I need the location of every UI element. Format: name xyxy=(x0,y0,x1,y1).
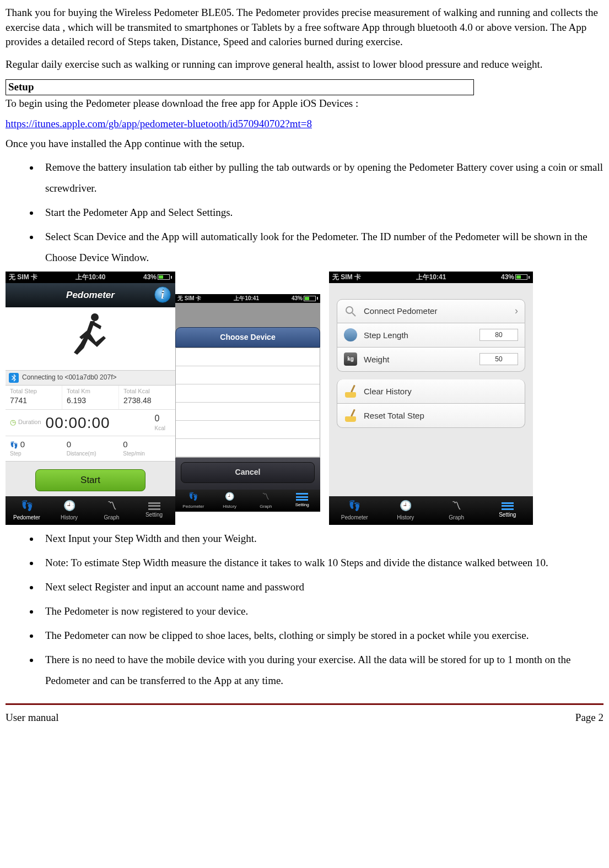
battery-pct: 43% xyxy=(143,273,157,282)
total-km-value: 6.193 xyxy=(67,395,114,406)
tab-label: Graph xyxy=(104,514,120,522)
screenshot-settings: 无 SIM 卡 上午10:41 43% Connect Pedometer › … xyxy=(329,272,533,525)
tab-pedometer[interactable]: 👣Pedometer xyxy=(329,496,380,525)
connect-pedometer-row[interactable]: Connect Pedometer › xyxy=(337,299,525,323)
weight-row[interactable]: kg Weight 50 xyxy=(337,348,525,372)
graph-icon: 〽 xyxy=(451,499,461,513)
battery-pct: 43% xyxy=(501,273,514,282)
intro-paragraph-1: Thank you for buying the Wireless Pedome… xyxy=(6,6,603,50)
setup-continue-text: Once you have installed the App continue… xyxy=(6,137,603,151)
reset-total-step-label: Reset Total Step xyxy=(364,410,424,421)
tab-history[interactable]: 🕘History xyxy=(212,490,248,512)
graph-icon: 〽 xyxy=(262,491,270,502)
total-step-value: 7741 xyxy=(10,395,57,406)
tab-bar: 👣Pedometer 🕘History 〽Graph Setting xyxy=(329,496,533,525)
tab-graph[interactable]: 〽Graph xyxy=(431,496,482,525)
device-list[interactable] xyxy=(175,348,320,458)
graph-icon: 〽 xyxy=(107,499,117,513)
setting-icon xyxy=(148,502,160,510)
time-label: 上午10:41 xyxy=(416,273,446,282)
list-item: Remove the battery insulation tab either… xyxy=(40,157,603,199)
start-button[interactable]: Start xyxy=(35,469,145,491)
tab-label: History xyxy=(397,514,414,522)
svg-point-0 xyxy=(91,313,99,321)
step-length-row[interactable]: Step Length 80 xyxy=(337,323,525,348)
tab-label: History xyxy=(223,503,236,509)
tab-graph[interactable]: 〽 Graph xyxy=(90,496,133,525)
setting-icon xyxy=(296,493,308,501)
connecting-text: Connecting to <001a7db0 207f> xyxy=(22,373,116,382)
footsteps-icon: 👣 xyxy=(21,499,33,513)
reset-total-step-row[interactable]: Reset Total Step xyxy=(337,404,525,428)
tab-bar: 👣 Pedometer 🕘 History 〽 Graph Setting xyxy=(6,496,175,525)
list-item[interactable] xyxy=(176,366,320,384)
shoe-icon xyxy=(343,327,358,343)
list-item[interactable] xyxy=(176,439,320,457)
svg-line-2 xyxy=(352,313,355,316)
app-title: Pedometer xyxy=(66,289,115,302)
session-distance-value: 0 xyxy=(67,440,71,449)
list-item[interactable] xyxy=(176,421,320,439)
weight-input[interactable]: 50 xyxy=(479,353,518,365)
tab-label: Graph xyxy=(449,514,464,522)
list-item[interactable] xyxy=(176,384,320,403)
battery-icon: 43% xyxy=(292,295,318,302)
tab-setting[interactable]: Setting xyxy=(133,496,175,525)
tab-label: Pedometer xyxy=(341,514,368,522)
itunes-link[interactable]: https://itunes.apple.com/gb/app/pedomete… xyxy=(6,117,312,132)
session-kcal-label: Kcal xyxy=(155,425,165,432)
intro-paragraph-2: Regular daily exercise such as walking o… xyxy=(6,57,603,72)
session-stepmin-label: Step/min xyxy=(123,450,171,458)
list-item: The Pedometer can now be clipped to shoe… xyxy=(40,625,603,646)
list-item: The Pedometer is now registered to your … xyxy=(40,601,603,622)
session-distance-label: Distance(m) xyxy=(67,450,115,458)
page-footer: User manual Page 2 xyxy=(6,703,603,733)
clear-history-row[interactable]: Clear History xyxy=(337,379,525,404)
setup-list-bottom: Next Input your Step Width and then your… xyxy=(6,528,603,691)
time-label: 上午10:41 xyxy=(234,295,259,302)
settings-list: Connect Pedometer › Step Length 80 kg We… xyxy=(337,299,525,428)
carrier-label: 无 SIM 卡 xyxy=(177,295,201,302)
broom-icon xyxy=(343,383,358,399)
tab-label: Pedometer xyxy=(182,503,204,509)
runner-illustration xyxy=(6,307,175,370)
screenshot-choose-device: 无 SIM 卡 上午10:41 43% 👣Pedometer 🕘History … xyxy=(175,294,320,512)
history-icon: 🕘 xyxy=(400,499,412,513)
modal-title: Choose Device xyxy=(175,327,320,348)
list-item: Next select Register and input an accoun… xyxy=(40,577,603,598)
tab-pedometer[interactable]: 👣Pedometer xyxy=(175,490,212,512)
tab-history[interactable]: 🕘 History xyxy=(48,496,90,525)
setup-list-top: Remove the battery insulation tab either… xyxy=(6,157,603,268)
tab-setting[interactable]: Setting xyxy=(284,490,320,512)
tab-bar: 👣Pedometer 🕘History 〽Graph Setting xyxy=(175,490,320,512)
total-km-label: Total Km xyxy=(67,387,114,395)
app-title-bar: Pedometer i xyxy=(6,283,175,307)
status-bar: 无 SIM 卡 上午10:40 43% xyxy=(6,272,175,283)
tab-label: Graph xyxy=(260,503,272,509)
list-item[interactable] xyxy=(176,348,320,366)
list-item: There is no need to have the mobile devi… xyxy=(40,649,603,691)
tab-history[interactable]: 🕘History xyxy=(380,496,432,525)
connecting-row: Connecting to <001a7db0 207f> xyxy=(6,370,175,386)
tab-pedometer[interactable]: 👣 Pedometer xyxy=(6,496,48,525)
battery-icon: 43% xyxy=(501,273,530,282)
step-length-input[interactable]: 80 xyxy=(479,329,518,341)
cancel-button[interactable]: Cancel xyxy=(181,462,315,483)
totals-row: Total Step 7741 Total Km 6.193 Total Kca… xyxy=(6,386,175,410)
total-kcal-value: 2738.48 xyxy=(123,395,171,406)
runner-icon xyxy=(74,312,107,361)
total-step-label: Total Step xyxy=(10,387,57,395)
time-label: 上午10:40 xyxy=(76,273,106,282)
list-item: Select Scan Device and the App will auto… xyxy=(40,226,603,268)
clear-history-label: Clear History xyxy=(364,386,412,397)
chevron-right-icon: › xyxy=(515,304,518,318)
tab-graph[interactable]: 〽Graph xyxy=(248,490,284,512)
weight-label: Weight xyxy=(364,354,389,365)
setting-icon xyxy=(502,502,514,510)
tab-setting[interactable]: Setting xyxy=(482,496,533,525)
list-item[interactable] xyxy=(176,403,320,421)
footer-right: Page 2 xyxy=(575,710,603,725)
broom-icon xyxy=(343,408,358,423)
info-icon[interactable]: i xyxy=(154,286,171,303)
screenshot-pedometer-main: 无 SIM 卡 上午10:40 43% Pedometer i C xyxy=(6,272,175,525)
